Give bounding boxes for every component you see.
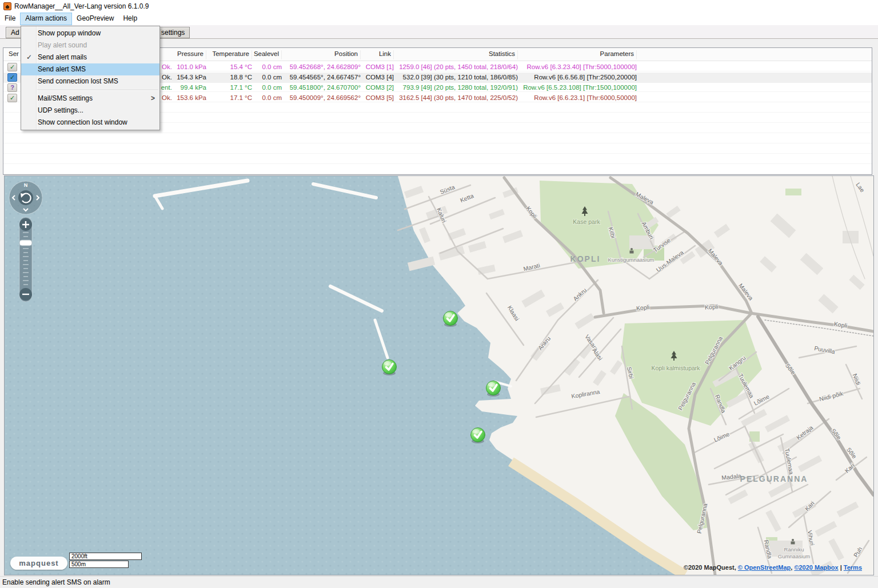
menu-item-label: Show popup window [38,29,101,37]
map-canvas[interactable]: SüstaKettaKaluriMaratiKopliKilbiAmburiTu… [5,176,873,575]
cell-parameters: Row.v6 [6.5.23.108] [Thr:1500,100000] [502,84,637,91]
app-icon [3,2,11,10]
menubar-item-file[interactable]: File [0,13,20,25]
cell-position: 59.454565°, 24.667457° [275,74,361,81]
column-header-statistics[interactable]: Statistics [386,50,518,59]
street-label: Kopli [636,303,649,311]
menu-item-show-popup-window[interactable]: Show popup window [21,27,159,39]
street-label: Kopli [705,303,719,311]
menu-item-send-connection-lost-sms[interactable]: Send connection lost SMS [21,75,159,87]
cell-statistics: 3162.5 [44] (30 pts, 1470 total, 225/0/5… [386,94,518,101]
app-window: RowManager__All_Ver-Lang version 6.1.0.9… [0,0,878,588]
column-header-pressure[interactable]: Pressure [161,50,206,59]
row-status-check-icon[interactable]: ✓ [7,63,17,71]
svg-text:N: N [24,182,28,188]
compass-control[interactable]: N [9,181,42,214]
poi-label: Kunstigumnaasium [608,257,654,263]
cell-parameters: Row.v6 [6.3.23.40] [Thr:5000,100000] [502,63,637,70]
poi-label: Gumnaasium [778,553,811,559]
cell-statistics: 793.9 [49] (20 pts, 1280 total, 192/0/91… [386,84,518,91]
attribution-link[interactable]: © OpenStreetMap [738,564,791,571]
attribution-text: ©2020 MapQuest, [684,564,738,571]
cell-position: 59.452668°, 24.662809° [275,63,361,70]
row-status-check-icon[interactable]: ✓ [7,94,17,102]
sensor-marker-ok[interactable] [382,360,397,376]
sensor-marker-ok[interactable] [471,428,485,444]
menu-item-mail-sms-settings[interactable]: Mail/SMS settings> [21,93,159,105]
zoom-slider-handle[interactable] [19,240,32,246]
cell-temperature: 17.1 °C [201,84,252,91]
menubar-item-help[interactable]: Help [118,13,142,25]
title-bar: RowManager__All_Ver-Lang version 6.1.0.9 [0,0,878,13]
sensor-marker-ok[interactable] [486,381,501,397]
row-status-question-icon[interactable]: ? [7,83,17,92]
check-icon: ✓ [25,51,33,63]
cell-pressure: 99.4 kPa [161,84,206,91]
alarm-actions-menu: Show popup windowPlay alert sound✓Send a… [21,26,160,130]
cell-statistics: 532.0 [39] (30 pts, 1210 total, 186/0/85… [386,74,518,81]
park-label: Kase park [573,218,600,225]
submenu-arrow-icon: > [151,93,155,105]
attribution-link[interactable]: Terms [844,564,862,571]
column-header-parameters[interactable]: Parameters [502,50,637,59]
cell-statistics: 1259.0 [46] (20 pts, 1450 total, 218/0/6… [386,63,518,70]
place-label: KOPLI [570,254,601,263]
poi-label: Ranniku [784,546,804,553]
window-title: RowManager__All_Ver-Lang version 6.1.0.9 [14,2,149,10]
column-header-position[interactable]: Position [275,50,361,59]
cell-parameters: Row.v6 [6.6.56.8] [Thr:2500,20000] [502,74,637,81]
menu-bar: FileAlarm actionsGeoPreviewHelp [0,13,878,25]
mapquest-logo: mapquest [10,557,67,570]
map-view[interactable]: SüstaKettaKaluriMaratiKopliKilbiAmburiTu… [4,175,874,575]
map-attribution: ©2020 MapQuest, © OpenStreetMap, ©2020 M… [684,564,862,571]
status-bar: Enable sending alert SMS on alarm [0,576,878,588]
cell-pressure: 153.6 kPa [161,94,206,101]
park-label: Kopli kalmistupark [651,365,700,371]
cell-temperature: 18.8 °C [201,74,252,81]
menu-item-label: Send connection lost SMS [38,77,118,85]
menu-item-label: Mail/SMS settings [38,94,93,102]
menu-item-show-connection-lost-window[interactable]: Show connection lost window [21,117,159,129]
cell-position: 59.451800°, 24.670700° [275,84,361,91]
cell-temperature: 15.4 °C [201,63,252,70]
sensor-marker-ok[interactable] [444,311,458,327]
cell-position: 59.450009°, 24.669562° [275,94,361,101]
menu-item-send-alert-mails[interactable]: ✓Send alert mails [21,51,159,63]
menubar-item-geopreview[interactable]: GeoPreview [72,13,118,25]
cell-temperature: 17.1 °C [201,94,252,101]
menu-item-label: Show connection lost window [38,118,127,126]
cell-pressure: 101.0 kPa [161,63,206,70]
menu-item-send-alert-sms[interactable]: Send alert SMS [21,63,159,75]
menu-separator [37,90,158,90]
menubar-item-alarm-actions[interactable]: Alarm actions [20,13,72,25]
attribution-link[interactable]: ©2020 Mapbox [794,564,838,571]
place-label: PELGURANNA [740,474,808,483]
cell-pressure: 154.3 kPa [161,74,206,81]
menu-item-label: Play alert sound [38,41,87,49]
cell-parameters: Row.v6 [6.6.23.1] [Thr:6000,50000] [502,94,637,101]
menu-item-play-alert-sound: Play alert sound [21,39,159,51]
scale-bar-metric: 500m [69,561,129,568]
attribution-text: | [839,564,844,571]
menu-item-label: UDP settings... [38,106,83,114]
row-status-check-icon[interactable]: ✓ [7,73,17,82]
menu-item-label: Send alert mails [38,53,87,61]
column-header-temperature[interactable]: Temperature [201,50,252,59]
scale-bar-imperial: 2000ft [69,553,142,560]
zoom-slider-control[interactable] [19,217,32,302]
menu-item-udp-settings[interactable]: UDP settings... [21,105,159,117]
menu-item-label: Send alert SMS [38,65,86,73]
